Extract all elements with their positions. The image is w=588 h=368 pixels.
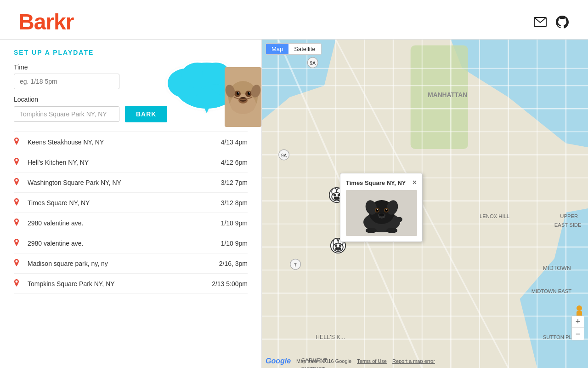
svg-point-100 — [335, 247, 338, 249]
pin-icon — [14, 178, 22, 187]
playdate-list: Keens Steakhouse NY, NY4/13 4pmHell's Ki… — [14, 132, 248, 294]
list-item-time: 1/10 9pm — [221, 240, 248, 247]
svg-point-88 — [334, 194, 336, 196]
svg-text:MIDTOWN EAST: MIDTOWN EAST — [531, 288, 572, 294]
svg-point-124 — [366, 228, 377, 233]
list-item-time: 2/13 5:00pm — [212, 280, 248, 288]
pin-icon — [14, 259, 22, 268]
main-content: SET UP A PLAYDATE Time Location BARK Kee… — [0, 40, 588, 368]
list-item-location: Keens Steakhouse NY, NY — [28, 138, 216, 146]
svg-text:DISTRICT: DISTRICT — [301, 366, 325, 368]
svg-point-25 — [238, 92, 239, 93]
svg-text:MIDTOWN: MIDTOWN — [543, 265, 571, 271]
list-item-location: 2980 valentine ave. — [28, 240, 216, 247]
svg-point-98 — [339, 244, 341, 247]
svg-point-23 — [237, 92, 239, 95]
list-item[interactable]: Times Square NY, NY3/12 8pm — [14, 193, 248, 213]
map-tabs: Map Satellite — [266, 43, 322, 55]
pin-icon — [14, 279, 22, 288]
github-icon[interactable] — [555, 15, 570, 29]
map-zoom-controls: + − — [571, 316, 584, 340]
list-item[interactable]: Tompkins Square Park NY, NY2/13 5:00pm — [14, 274, 248, 294]
header-icons — [533, 15, 570, 29]
google-logo: Google — [266, 357, 291, 365]
map-popup-title: Times Square NY, NY — [346, 179, 406, 186]
zoom-out-button[interactable]: − — [572, 328, 584, 340]
pin-icon — [14, 138, 22, 146]
svg-point-127 — [577, 305, 582, 311]
svg-text:9A: 9A — [281, 153, 287, 158]
list-item-location: 2980 valentine ave. — [28, 219, 216, 227]
dog-thumbnail — [225, 67, 261, 127]
pin-icon — [14, 158, 22, 167]
pin-icon — [14, 239, 22, 247]
svg-point-92 — [337, 196, 339, 199]
svg-point-125 — [386, 228, 397, 233]
mail-icon[interactable] — [533, 15, 548, 29]
list-item[interactable]: Washington Square Park NY, NY3/12 7pm — [14, 172, 248, 193]
list-item-location: Times Square NY, NY — [28, 199, 216, 207]
list-item[interactable]: Madison square park, ny, ny2/16, 3pm — [14, 253, 248, 274]
report-map-error-link[interactable]: Report a map error — [392, 358, 435, 364]
svg-text:HELL'S K...: HELL'S K... — [316, 334, 345, 340]
left-panel: SET UP A PLAYDATE Time Location BARK Kee… — [0, 40, 262, 368]
list-item-time: 4/12 6pm — [221, 159, 248, 166]
list-item-time: 3/12 8pm — [221, 199, 248, 207]
list-item[interactable]: 2980 valentine ave.1/10 9pm — [14, 233, 248, 253]
pin-icon — [14, 198, 22, 207]
svg-point-118 — [376, 209, 379, 212]
map-tab-map[interactable]: Map — [266, 44, 288, 54]
map-panel: MANHATTAN MIDTOWN MIDTOWN EAST LENOX HIL… — [262, 40, 588, 368]
svg-point-101 — [339, 247, 341, 249]
list-item-location: Madison square park, ny, ny — [28, 260, 215, 267]
svg-text:9A: 9A — [310, 61, 316, 66]
location-input[interactable] — [14, 106, 119, 122]
header: Barkr — [0, 0, 588, 40]
list-item-location: Washington Square Park NY, NY — [28, 179, 216, 186]
svg-text:UPPER: UPPER — [560, 213, 578, 219]
list-item-time: 2/16, 3pm — [219, 260, 248, 267]
map-data-text: Map data ©2016 Google — [296, 358, 351, 364]
pin-icon — [14, 218, 22, 227]
map-popup-header: Times Square NY, NY × — [346, 179, 417, 186]
svg-point-91 — [334, 196, 336, 199]
map-popup-dog-image — [346, 190, 417, 236]
svg-point-119 — [385, 209, 388, 212]
svg-text:EAST SIDE: EAST SIDE — [554, 222, 582, 228]
svg-text:LENOX HILL: LENOX HILL — [480, 213, 509, 219]
svg-point-120 — [377, 209, 378, 210]
app-logo: Barkr — [18, 9, 74, 34]
list-item-time: 3/12 7pm — [221, 179, 248, 186]
list-item-time: 4/13 4pm — [221, 138, 248, 146]
map-popup-close-button[interactable]: × — [413, 179, 417, 186]
terms-of-use-link[interactable]: Terms of Use — [357, 358, 387, 364]
svg-text:7: 7 — [294, 263, 297, 268]
list-item-time: 1/10 9pm — [221, 219, 248, 227]
list-item[interactable]: Hell's Kitchen NY, NY4/12 6pm — [14, 152, 248, 172]
svg-point-24 — [248, 92, 250, 95]
list-item-location: Tompkins Square Park NY, NY — [28, 280, 207, 288]
map-footer: Google Map data ©2016 Google Terms of Us… — [266, 357, 435, 365]
svg-point-97 — [335, 244, 337, 247]
list-item[interactable]: 2980 valentine ave.1/10 9pm — [14, 213, 248, 233]
list-item[interactable]: Keens Steakhouse NY, NY4/13 4pm — [14, 132, 248, 152]
svg-text:MANHATTAN: MANHATTAN — [428, 92, 467, 98]
list-item-location: Hell's Kitchen NY, NY — [28, 159, 216, 166]
svg-point-121 — [386, 209, 387, 210]
zoom-in-button[interactable]: + — [572, 316, 584, 328]
svg-point-26 — [249, 92, 250, 93]
svg-point-123 — [379, 213, 384, 217]
map-popup: Times Square NY, NY × — [340, 173, 423, 242]
time-input[interactable] — [14, 74, 119, 89]
map-tab-satellite[interactable]: Satellite — [288, 44, 321, 54]
